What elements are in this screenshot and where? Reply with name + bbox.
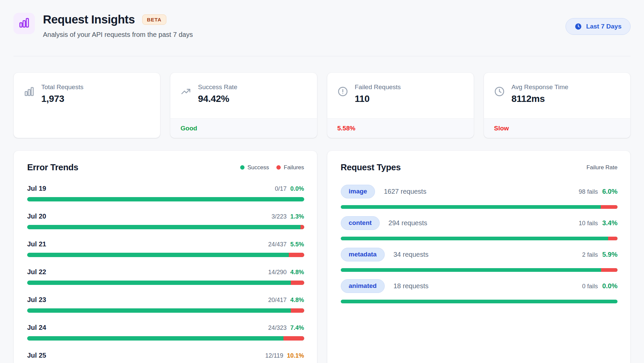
failure-rate-pct: 0.0% (602, 282, 618, 290)
error-failure-pct: 0.0% (290, 185, 304, 192)
error-date-label: Jul 25 (27, 352, 46, 359)
error-date-label: Jul 22 (27, 268, 46, 276)
failure-dot-icon (276, 165, 281, 170)
page-title: Request Insights (43, 13, 135, 26)
success-failure-bar (341, 268, 618, 272)
failure-rate-pct: 6.0% (602, 188, 618, 195)
legend-item-failures: Failures (276, 164, 304, 171)
error-ratio: 0/17 (275, 185, 286, 192)
failure-bar-segment (283, 336, 304, 341)
success-failure-bar (27, 308, 304, 313)
success-failure-bar (27, 225, 304, 229)
request-type-badge: metadata (341, 248, 385, 261)
request-count: 34 requests (393, 251, 429, 258)
failure-bar-segment (301, 225, 304, 229)
success-failure-bar (341, 237, 618, 240)
error-trend-row: Jul 23 20/417 4.8% (27, 296, 304, 313)
failure-bar-segment (291, 308, 304, 313)
request-type-row: image 1627 requests 98 fails 6.0% (341, 185, 618, 209)
success-dot-icon (240, 165, 245, 170)
alert-circle-icon (337, 86, 348, 98)
page-subtitle: Analysis of your API requests from the p… (43, 31, 193, 39)
stat-footer: Slow (484, 118, 630, 138)
error-trend-row: Jul 22 14/290 4.8% (27, 268, 304, 285)
request-type-badge: content (341, 216, 380, 230)
stat-label: Failed Requests (355, 83, 401, 91)
fail-count: 98 fails (579, 188, 598, 195)
stat-value: 94.42% (198, 94, 237, 104)
success-failure-bar (341, 205, 618, 209)
failure-bar-segment (289, 253, 304, 257)
stat-label: Avg Response Time (512, 83, 569, 91)
failure-rate-pct: 5.9% (602, 251, 618, 258)
trending-up-icon (180, 86, 191, 98)
date-range-label: Last 7 Days (586, 23, 622, 30)
success-failure-bar (27, 253, 304, 257)
error-failure-pct: 4.8% (290, 269, 304, 276)
error-ratio: 14/290 (268, 269, 286, 276)
error-trend-row: Jul 21 24/437 5.5% (27, 240, 304, 257)
success-failure-bar (341, 300, 618, 303)
legend-label: Success (248, 164, 269, 171)
page-header: Request Insights BETA Analysis of your A… (13, 0, 631, 39)
request-types-title: Request Types (341, 162, 401, 173)
failure-bar-segment (608, 237, 618, 240)
request-type-badge: animated (341, 279, 385, 293)
stat-card-total-requests: Total Requests 1,973 (13, 72, 160, 138)
error-ratio: 20/417 (268, 297, 286, 304)
error-failure-pct: 4.8% (290, 297, 304, 304)
failure-rate-pct: 3.4% (602, 219, 618, 227)
clock-icon (494, 86, 505, 98)
error-failure-pct: 1.3% (290, 213, 304, 220)
stat-footer: Good (170, 118, 317, 138)
fail-count: 10 fails (579, 220, 598, 227)
stat-footer: 5.58% (327, 118, 474, 138)
clock-icon (575, 23, 582, 30)
stat-label: Success Rate (198, 83, 237, 91)
error-date-label: Jul 21 (27, 240, 46, 248)
bar-chart-icon (24, 86, 35, 98)
request-types-list: image 1627 requests 98 fails 6.0% conten… (341, 185, 618, 303)
failure-bar-segment (601, 268, 618, 272)
request-count: 18 requests (393, 282, 429, 290)
legend-item-success: Success (240, 164, 269, 171)
error-trend-row: Jul 24 24/323 7.4% (27, 324, 304, 341)
error-trend-row: Jul 25 12/119 10.1% (27, 352, 304, 363)
request-type-row: metadata 34 requests 2 fails 5.9% (341, 248, 618, 272)
error-failure-pct: 10.1% (287, 352, 304, 359)
request-type-row: animated 18 requests 0 fails 0.0% (341, 279, 618, 303)
stats-row: Total Requests 1,973 Success Rate 94.42% (13, 72, 631, 138)
failure-bar-segment (291, 281, 304, 285)
stat-card-success-rate: Success Rate 94.42% Good (170, 72, 317, 138)
error-ratio: 24/437 (268, 241, 286, 248)
error-ratio: 3/223 (271, 213, 286, 220)
success-failure-bar (27, 336, 304, 341)
beta-badge: BETA (142, 14, 166, 25)
success-failure-bar (27, 197, 304, 201)
request-insights-page: Request Insights BETA Analysis of your A… (0, 0, 644, 363)
legend-label: Failures (284, 164, 304, 171)
bar-chart-icon (18, 17, 30, 30)
stat-value: 8112ms (512, 94, 569, 104)
error-trends-list: Jul 19 0/17 0.0% Jul 20 3/223 1.3% Jul 2… (27, 185, 304, 363)
error-date-label: Jul 23 (27, 296, 46, 304)
error-ratio: 24/323 (268, 324, 286, 331)
header-divider (13, 56, 631, 56)
date-range-button[interactable]: Last 7 Days (566, 18, 631, 35)
error-failure-pct: 7.4% (290, 324, 304, 331)
fail-count: 0 fails (582, 283, 598, 290)
error-ratio: 12/119 (265, 352, 283, 359)
request-types-panel: Request Types Failure Rate image 1627 re… (327, 150, 631, 363)
error-trend-row: Jul 20 3/223 1.3% (27, 213, 304, 229)
error-date-label: Jul 20 (27, 213, 46, 220)
panels-row: Error Trends Success Failures Jul 19 0/1… (13, 150, 631, 363)
request-type-row: content 294 requests 10 fails 3.4% (341, 216, 618, 240)
error-date-label: Jul 19 (27, 185, 46, 192)
stat-card-avg-response-time: Avg Response Time 8112ms Slow (484, 72, 631, 138)
request-count: 294 requests (388, 219, 427, 227)
error-trend-row: Jul 19 0/17 0.0% (27, 185, 304, 201)
success-failure-bar (27, 281, 304, 285)
request-count: 1627 requests (384, 188, 426, 195)
stat-card-failed-requests: Failed Requests 110 5.58% (327, 72, 474, 138)
stat-value: 110 (355, 94, 401, 104)
